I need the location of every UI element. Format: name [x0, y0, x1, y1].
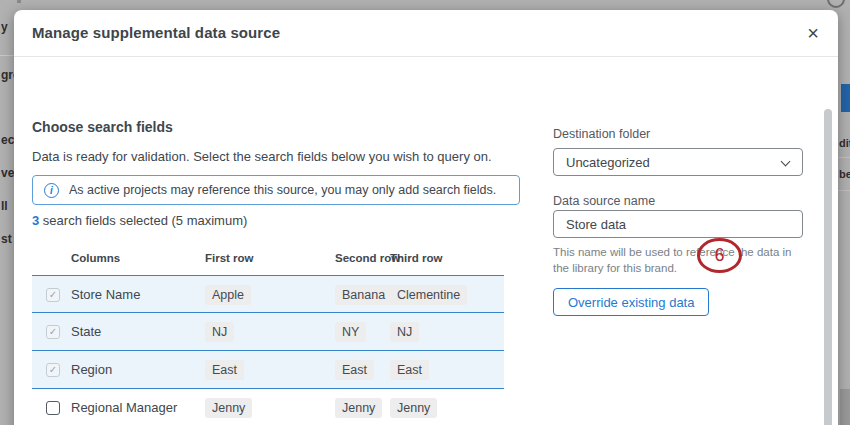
- cell-pill: NJ: [390, 322, 419, 342]
- info-banner: i As active projects may reference this …: [32, 175, 520, 205]
- search-fields-table: Columns First row Second row Third row ✓…: [32, 245, 504, 425]
- column-header-third-row: Third row: [390, 252, 442, 264]
- table-body: ✓ Store Name Apple Banana Clementine ✓ S…: [32, 275, 504, 425]
- destination-folder-value: Uncategorized: [566, 155, 650, 170]
- section-heading: Choose search fields: [32, 119, 173, 135]
- section-description: Data is ready for validation. Select the…: [32, 149, 492, 164]
- cell-pill: NY: [335, 322, 366, 342]
- background-top-mark: [17, 0, 21, 3]
- row-field-name: Store Name: [71, 287, 140, 302]
- row-field-name: Regional Manager: [71, 400, 177, 415]
- column-header-first-row: First row: [205, 252, 254, 264]
- row-checkbox: ✓: [46, 325, 60, 339]
- table-row[interactable]: Regional Manager Jenny Jenny Jenny: [32, 389, 504, 425]
- background-text-fragment: ll: [1, 199, 14, 213]
- cell-pill: Clementine: [390, 285, 467, 305]
- table-row[interactable]: ✓ Region East East East: [32, 351, 504, 389]
- background-divider: [0, 55, 14, 56]
- info-icon: i: [44, 183, 59, 198]
- cell-pill: East: [205, 360, 244, 380]
- background-primary-button-fragment: [841, 84, 850, 112]
- scrollbar-thumb[interactable]: [824, 109, 832, 425]
- cell-pill: East: [335, 360, 374, 380]
- row-field-name: Region: [71, 362, 112, 377]
- row-field-name: State: [71, 324, 101, 339]
- dialog-header: Manage supplemental data source ×: [14, 10, 838, 57]
- background-block-fragment: [840, 389, 850, 425]
- row-checkbox: ✓: [46, 363, 60, 377]
- override-existing-data-button[interactable]: Override existing data: [553, 288, 709, 316]
- background-divider: [838, 190, 850, 191]
- annotation-circle-6: 6: [697, 238, 742, 273]
- manage-supplemental-data-source-dialog: Manage supplemental data source × Choose…: [14, 10, 838, 425]
- selection-count: 3 search fields selected (5 maximum): [32, 213, 247, 228]
- destination-folder-select[interactable]: Uncategorized: [553, 148, 803, 176]
- data-source-name-label: Data source name: [553, 194, 655, 208]
- chevron-down-icon: [781, 157, 791, 167]
- background-text-fragment: dit: [839, 137, 850, 149]
- background-text-fragment: st: [1, 232, 14, 246]
- cell-pill: Jenny: [390, 398, 437, 418]
- cell-pill: Jenny: [205, 398, 252, 418]
- cell-pill: Banana: [335, 285, 392, 305]
- annotation-number: 6: [714, 245, 724, 266]
- selection-count-text: search fields selected (5 maximum): [39, 213, 247, 228]
- cell-pill: NJ: [205, 322, 234, 342]
- help-icon: [827, 0, 845, 8]
- background-text-fragment: be: [839, 168, 850, 180]
- row-checkbox: ✓: [46, 288, 60, 302]
- background-divider: [838, 157, 850, 158]
- background-text-fragment: ect: [1, 133, 14, 147]
- dialog-title: Manage supplemental data source: [32, 24, 280, 41]
- background-text-fragment: y: [1, 20, 14, 34]
- name-helper-text: This name will be used to reference the …: [553, 245, 803, 276]
- background-text-fragment: gro: [1, 68, 14, 82]
- cell-pill: Apple: [205, 285, 251, 305]
- column-header-columns: Columns: [71, 252, 120, 264]
- background-text-fragment: ver: [1, 166, 14, 180]
- screen: ygroectverllst ditbe Manage supplemental…: [0, 0, 850, 425]
- table-header-row: Columns First row Second row Third row: [32, 245, 504, 275]
- row-checkbox[interactable]: [46, 401, 60, 415]
- close-icon[interactable]: ×: [801, 21, 825, 45]
- destination-folder-label: Destination folder: [553, 127, 650, 141]
- table-row[interactable]: ✓ State NJ NY NJ: [32, 313, 504, 351]
- data-source-name-input[interactable]: [553, 210, 803, 238]
- table-row[interactable]: ✓ Store Name Apple Banana Clementine: [32, 275, 504, 313]
- cell-pill: East: [390, 360, 429, 380]
- cell-pill: Jenny: [335, 398, 382, 418]
- info-banner-text: As active projects may reference this so…: [69, 183, 496, 197]
